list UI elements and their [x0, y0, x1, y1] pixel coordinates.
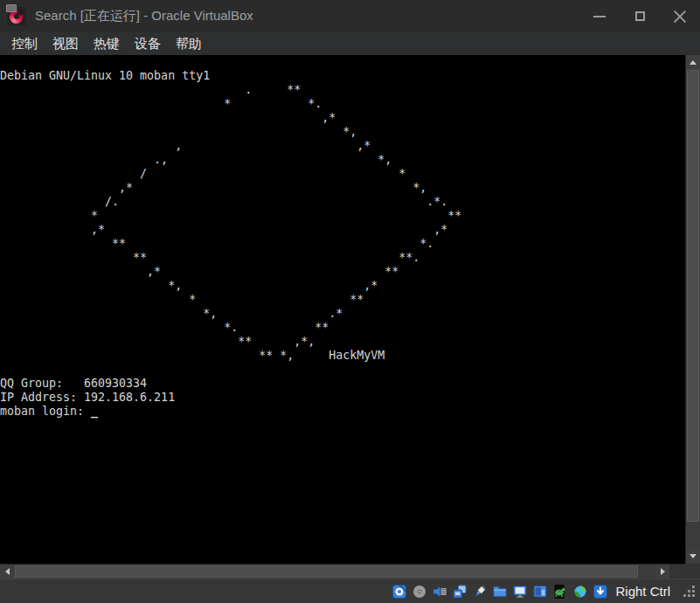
- shared-folder-icon[interactable]: [493, 585, 507, 599]
- guest-console-viewport[interactable]: Debian GNU/Linux 10 moban tty1 . ** * *.…: [0, 55, 685, 564]
- menubar: 控制 视图 热键 设备 帮助: [0, 32, 700, 55]
- login-prompt-label: moban login:: [0, 405, 91, 418]
- terminal-screen-text: Debian GNU/Linux 10 moban tty1 . ** * *.…: [0, 55, 461, 405]
- minimize-icon: [593, 16, 606, 17]
- mouse-integration-icon[interactable]: [573, 585, 587, 599]
- arrow-left-icon: [5, 568, 10, 575]
- menu-item-help[interactable]: 帮助: [176, 32, 202, 55]
- scroll-left-button[interactable]: [0, 565, 15, 579]
- virtualbox-logo-icon: [7, 7, 26, 26]
- close-button[interactable]: [660, 0, 700, 32]
- display-icon[interactable]: [513, 585, 527, 599]
- arrow-right-icon: [661, 568, 665, 575]
- scrollbar-end-filler: [669, 565, 685, 579]
- recording-icon[interactable]: [533, 585, 547, 599]
- hard-disk-icon[interactable]: [392, 585, 406, 599]
- vm-state-badge-icon: [6, 4, 17, 12]
- audio-icon[interactable]: [433, 585, 447, 599]
- titlebar[interactable]: Search [正在运行] - Oracle VirtualBox: [0, 0, 700, 32]
- maximize-icon: [635, 11, 645, 21]
- scrollbar-corner: [685, 564, 700, 579]
- statusbar: Right Ctrl: [0, 579, 700, 603]
- maximize-button[interactable]: [620, 0, 660, 32]
- menu-item-devices[interactable]: 设备: [135, 32, 161, 55]
- arrow-down-icon: [690, 554, 697, 558]
- arrow-up-icon: [690, 60, 697, 65]
- resize-grip[interactable]: [682, 585, 696, 599]
- scroll-up-button[interactable]: [686, 55, 700, 70]
- horizontal-scrollbar-thumb[interactable]: [15, 565, 638, 578]
- vertical-scrollbar-thumb[interactable]: [687, 70, 699, 522]
- scroll-down-button[interactable]: [686, 549, 700, 564]
- minimize-button[interactable]: [579, 0, 620, 32]
- virtualbox-swirl: [10, 10, 23, 24]
- usb-icon[interactable]: [473, 585, 487, 599]
- window-controls: [579, 0, 700, 32]
- vertical-scrollbar[interactable]: [685, 55, 700, 564]
- menu-item-view[interactable]: 视图: [52, 32, 79, 55]
- close-icon: [673, 10, 687, 24]
- virtualbox-vm-window: Search [正在运行] - Oracle VirtualBox 控制 视图 …: [0, 0, 700, 603]
- status-icons: [392, 585, 607, 599]
- optical-disc-icon[interactable]: [412, 585, 426, 599]
- turtle-icon[interactable]: [553, 585, 567, 599]
- host-key-label: Right Ctrl: [615, 584, 670, 599]
- window-title: Search [正在运行] - Oracle VirtualBox: [35, 8, 253, 24]
- menu-item-machine[interactable]: 控制: [11, 32, 38, 55]
- horizontal-scrollbar[interactable]: [0, 564, 685, 579]
- menu-item-input[interactable]: 热键: [94, 32, 120, 55]
- keyboard-icon[interactable]: [593, 585, 607, 599]
- login-prompt-line: moban login: _: [0, 405, 98, 419]
- terminal-cursor: _: [91, 405, 98, 418]
- scroll-right-button[interactable]: [655, 565, 669, 579]
- network-icon[interactable]: [453, 585, 467, 599]
